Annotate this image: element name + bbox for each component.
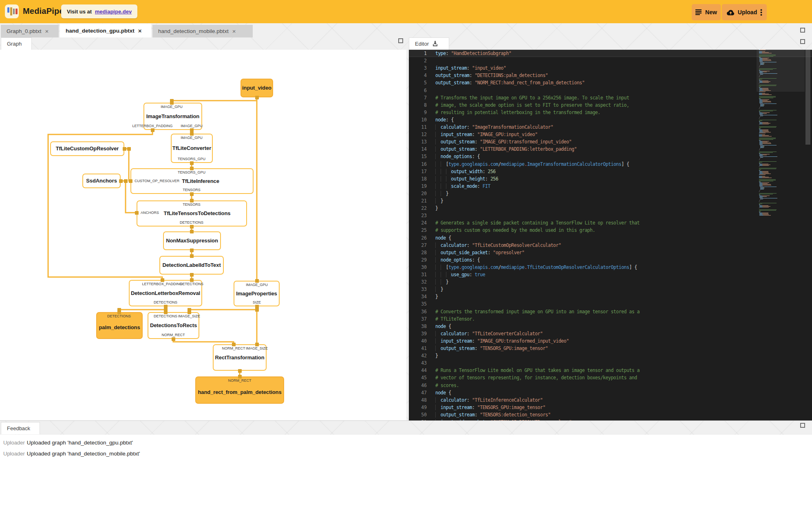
graph-canvas[interactable]: input_videoImageTransformationIMAGE_GPUL… bbox=[0, 50, 406, 420]
close-icon[interactable]: × bbox=[138, 28, 142, 34]
close-icon[interactable]: × bbox=[45, 28, 49, 34]
file-tab-label: hand_detection_gpu.pbtxt bbox=[66, 28, 135, 34]
feedback-source: Uploader bbox=[3, 448, 22, 459]
file-tab-label: hand_detection_mobile.pbtxt bbox=[158, 28, 229, 34]
line-number: 30 bbox=[409, 264, 427, 271]
feedback-expand-icon[interactable] bbox=[800, 423, 805, 428]
download-icon[interactable] bbox=[432, 41, 438, 47]
line-number: 5 bbox=[409, 79, 427, 86]
code-line: 30 [type.googleapis.com/mediapipe.TfLite… bbox=[409, 264, 812, 271]
tab-graph[interactable]: Graph bbox=[1, 37, 32, 50]
port[interactable] bbox=[190, 249, 194, 252]
code-editor[interactable]: 1type: "HandDetectionSubgraph" 2 3input_… bbox=[409, 50, 812, 420]
graph-tab-label: Graph bbox=[7, 41, 22, 47]
edge-junction bbox=[117, 308, 121, 312]
port-label: IMAGE_SIZE bbox=[178, 314, 200, 318]
tab-feedback[interactable]: Feedback bbox=[1, 422, 40, 434]
code-line: 19 scale_mode: FIT bbox=[409, 183, 812, 190]
new-button-label: New bbox=[705, 9, 717, 15]
line-number: 23 bbox=[409, 212, 427, 219]
port-label: DETECTIONS bbox=[107, 314, 131, 318]
port[interactable] bbox=[190, 278, 194, 282]
port[interactable] bbox=[190, 225, 194, 229]
line-number: 37 bbox=[409, 315, 427, 323]
port-label: TENSORS bbox=[183, 202, 201, 207]
line-number: 4 bbox=[409, 72, 427, 79]
upload-button-label: Upload bbox=[738, 9, 757, 15]
line-number: 16 bbox=[409, 161, 427, 168]
line-number: 12 bbox=[409, 131, 427, 138]
line-number: 18 bbox=[409, 175, 427, 183]
graph-expand-icon[interactable] bbox=[398, 38, 403, 43]
code-line: 13 output_stream: "IMAGE_GPU:transformed… bbox=[409, 138, 812, 145]
line-number: 28 bbox=[409, 249, 427, 256]
new-button[interactable]: New bbox=[692, 4, 721, 20]
port[interactable] bbox=[190, 230, 194, 233]
file-tab-1[interactable]: hand_detection_gpu.pbtxt× bbox=[60, 24, 151, 37]
graph-node-label: hand_rect_from_palm_detections bbox=[198, 389, 281, 396]
upload-button[interactable]: Upload bbox=[722, 4, 767, 20]
port[interactable] bbox=[119, 179, 123, 183]
code-line: 35 bbox=[409, 300, 812, 308]
port[interactable] bbox=[255, 343, 259, 346]
feedback-message: Uploaded graph 'hand_detection_mobile.pb… bbox=[27, 451, 140, 457]
code-line: 49 input_stream: "TENSORS_GPU:image_tens… bbox=[409, 404, 812, 411]
edge-junction bbox=[124, 179, 128, 183]
port[interactable] bbox=[190, 128, 194, 132]
port[interactable] bbox=[151, 128, 154, 132]
feedback-row: Uploader Uploaded graph 'hand_detection_… bbox=[0, 448, 812, 459]
port[interactable] bbox=[238, 369, 242, 373]
port-label: SIZE bbox=[253, 300, 261, 304]
port[interactable] bbox=[190, 199, 194, 202]
line-number: 11 bbox=[409, 123, 427, 131]
code-line: 32 } bbox=[409, 278, 812, 286]
layout-expand-icon[interactable] bbox=[800, 28, 805, 33]
code-line: 18 output_height: 256 bbox=[409, 175, 812, 183]
port[interactable] bbox=[190, 254, 194, 258]
editor-tab-label: Editor bbox=[415, 41, 429, 47]
feedback-source: Uploader bbox=[3, 437, 22, 448]
code-line: 31 use_gpu: true bbox=[409, 271, 812, 278]
port[interactable] bbox=[135, 211, 139, 215]
port-label: NORM_RECT bbox=[222, 346, 245, 350]
code-line: 8# image, the scale_mode option is set t… bbox=[409, 101, 812, 109]
port-label: IMAGE_SIZE bbox=[246, 346, 268, 350]
code-line: 9# resulting in potential letterboxing i… bbox=[409, 109, 812, 116]
port[interactable] bbox=[161, 278, 164, 282]
line-number: 33 bbox=[409, 286, 427, 293]
line-number: 43 bbox=[409, 359, 427, 367]
code-line: 48 calculator: "TfLiteInferenceCalculato… bbox=[409, 396, 812, 404]
editor-expand-icon[interactable] bbox=[800, 39, 805, 44]
code-line: 36# Converts the transformed input image… bbox=[409, 308, 812, 315]
port[interactable] bbox=[232, 343, 236, 346]
code-line: 45# vector of tensors representing, for … bbox=[409, 374, 812, 381]
port[interactable] bbox=[172, 337, 175, 341]
port[interactable] bbox=[255, 96, 259, 99]
minimap[interactable] bbox=[759, 50, 802, 420]
file-tab-2[interactable]: hand_detection_mobile.pbtxt× bbox=[152, 25, 253, 37]
line-number: 9 bbox=[409, 109, 427, 116]
port[interactable] bbox=[123, 147, 126, 151]
mediapipe-dev-link[interactable]: mediapipe.dev bbox=[95, 9, 132, 15]
editor-scrollbar[interactable] bbox=[805, 50, 810, 145]
code-line: 37# TfLiteTensor. bbox=[409, 315, 812, 323]
line-number: 39 bbox=[409, 330, 427, 337]
port[interactable] bbox=[129, 179, 132, 183]
edge-junction bbox=[127, 147, 131, 151]
port-label: IMAGE_GPU bbox=[161, 105, 183, 109]
port[interactable] bbox=[190, 192, 194, 196]
port[interactable] bbox=[190, 167, 194, 170]
tab-editor[interactable]: Editor bbox=[409, 37, 449, 50]
port-label: CUSTOM_OP_RESOLVER bbox=[135, 179, 179, 183]
kebab-menu-icon[interactable] bbox=[760, 9, 762, 16]
port[interactable] bbox=[190, 161, 194, 165]
port[interactable] bbox=[255, 279, 259, 283]
port[interactable] bbox=[190, 132, 194, 136]
port[interactable] bbox=[190, 273, 194, 277]
close-icon[interactable]: × bbox=[232, 28, 236, 34]
port[interactable] bbox=[238, 375, 242, 378]
port-label: IMAGE_GPU bbox=[246, 283, 268, 287]
line-number: 27 bbox=[409, 242, 427, 249]
edge-junction bbox=[164, 308, 168, 312]
file-tab-0[interactable]: Graph_0.pbtxt× bbox=[1, 25, 59, 37]
